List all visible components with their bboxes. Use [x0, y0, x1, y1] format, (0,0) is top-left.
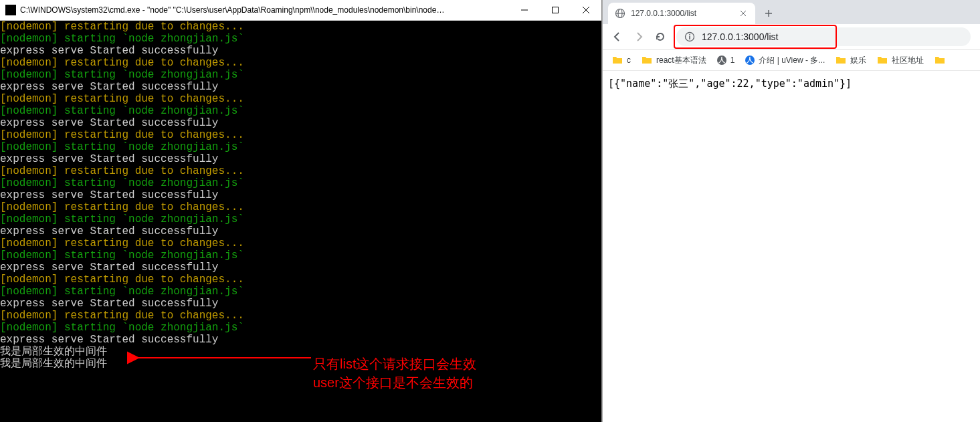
browser-window: 127.0.0.1:3000/list 127.0.0.1:3000/li	[602, 0, 980, 422]
console-line: express serve Started successfully	[0, 81, 601, 93]
svg-point-13	[689, 34, 690, 35]
bookmark-item[interactable]: 人介绍 | uView - 多...	[740, 51, 830, 69]
console-line: [nodemon] starting `node zhongjian.js`	[0, 213, 601, 225]
console-line: express serve Started successfully	[0, 298, 601, 310]
console-line: express serve Started successfully	[0, 261, 601, 274]
console-title: C:\WINDOWS\system32\cmd.exe - "node" "C:…	[20, 5, 448, 15]
console-line: [nodemon] restarting due to changes...	[0, 93, 601, 105]
url-text: 127.0.0.1:3000/list	[702, 31, 778, 42]
browser-tab[interactable]: 127.0.0.1:3000/list	[608, 3, 755, 24]
bookmark-item[interactable]	[929, 51, 955, 69]
annotation-text: 只有list这个请求接口会生效 user这个接口是不会生效的	[313, 354, 476, 392]
bookmark-item[interactable]: react基本语法	[636, 51, 712, 69]
console-line: express serve Started successfully	[0, 153, 601, 165]
page-body[interactable]: [{"name":"张三","age":22,"type":"admin"}]	[603, 71, 980, 422]
console-line: [nodemon] restarting due to changes...	[0, 310, 601, 322]
close-button[interactable]	[571, 0, 601, 20]
console-line: [nodemon] starting `node zhongjian.js`	[0, 286, 601, 298]
new-tab-button[interactable]	[759, 4, 778, 23]
console-line: [nodemon] restarting due to changes...	[0, 165, 601, 177]
console-line: [nodemon] restarting due to changes...	[0, 201, 601, 213]
console-window: C:\WINDOWS\system32\cmd.exe - "node" "C:…	[0, 0, 602, 422]
globe-icon	[615, 8, 625, 19]
console-line: [nodemon] starting `node zhongjian.js`	[0, 177, 601, 189]
url-input[interactable]: 127.0.0.1:3000/list	[676, 27, 971, 46]
favicon-icon: 人	[745, 56, 755, 65]
tab-title: 127.0.0.1:3000/list	[631, 9, 738, 18]
reload-button[interactable]	[650, 26, 671, 47]
maximize-button[interactable]	[540, 0, 571, 20]
console-line: express serve Started successfully	[0, 117, 601, 129]
minimize-button[interactable]	[509, 0, 540, 20]
bookmarks-bar: creact基本语法人1人介绍 | uView - 多...娱乐社区地址	[603, 50, 980, 71]
console-line: express serve Started successfully	[0, 189, 601, 201]
console-line: [nodemon] restarting due to changes...	[0, 129, 601, 141]
console-line: [nodemon] restarting due to changes...	[0, 237, 601, 249]
console-line: [nodemon] restarting due to changes...	[0, 57, 601, 69]
svg-rect-14	[689, 36, 690, 39]
console-output[interactable]: [nodemon] restarting due to changes...[n…	[0, 21, 601, 422]
annotation-line2: user这个接口是不会生效的	[313, 373, 476, 392]
console-line: [nodemon] restarting due to changes...	[0, 21, 601, 33]
console-line: [nodemon] starting `node zhongjian.js`	[0, 322, 601, 334]
cmd-icon	[5, 5, 16, 15]
console-line: 我是局部生效的中间件	[0, 358, 601, 370]
console-line: [nodemon] starting `node zhongjian.js`	[0, 105, 601, 117]
console-line: express serve Started successfully	[0, 225, 601, 237]
svg-rect-1	[553, 7, 559, 13]
console-line: express serve Started successfully	[0, 334, 601, 346]
console-line: express serve Started successfully	[0, 45, 601, 57]
console-line: [nodemon] starting `node zhongjian.js`	[0, 69, 601, 81]
address-bar: 127.0.0.1:3000/list	[603, 24, 980, 50]
bookmark-item[interactable]: 人1	[712, 51, 741, 69]
back-button[interactable]	[607, 26, 628, 47]
favicon-icon: 人	[717, 56, 726, 65]
tab-strip: 127.0.0.1:3000/list	[603, 0, 980, 24]
forward-button[interactable]	[628, 26, 650, 47]
console-titlebar[interactable]: C:\WINDOWS\system32\cmd.exe - "node" "C:…	[0, 0, 601, 21]
bookmark-item[interactable]: c	[607, 51, 636, 69]
bookmark-item[interactable]: 社区地址	[872, 51, 929, 69]
console-line: 我是局部生效的中间件	[0, 346, 601, 358]
console-line: [nodemon] restarting due to changes...	[0, 274, 601, 286]
tab-close-button[interactable]	[738, 8, 749, 19]
window-controls	[509, 0, 601, 20]
bookmark-item[interactable]: 娱乐	[830, 51, 872, 69]
site-info-icon[interactable]	[684, 31, 695, 42]
console-line: [nodemon] starting `node zhongjian.js`	[0, 249, 601, 261]
console-line: [nodemon] starting `node zhongjian.js`	[0, 141, 601, 153]
console-line: [nodemon] starting `node zhongjian.js`	[0, 33, 601, 45]
annotation-line1: 只有list这个请求接口会生效	[313, 354, 476, 373]
